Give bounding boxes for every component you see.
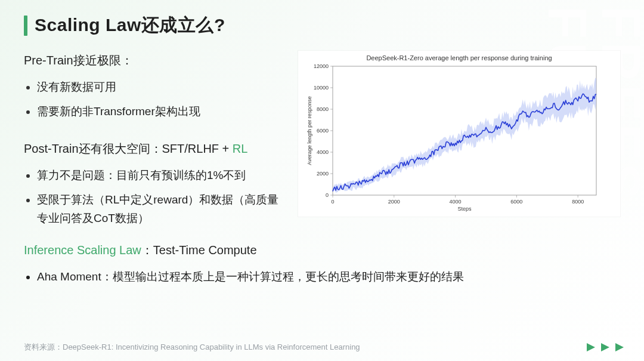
slide: Scaling Law还成立么? Pre-Train接近极限： 没有新数据可用 … [0, 0, 644, 361]
svg-text:10000: 10000 [314, 85, 329, 91]
section-posttrain: Post-Train还有很大空间：SFT/RLHF + RL 算力不是问题：目前… [24, 139, 280, 228]
section2-heading-prefix: Post-Train还有很大空间：SFT/RLHF + [24, 142, 233, 155]
svg-text:2000: 2000 [388, 199, 400, 205]
svg-text:Steps: Steps [457, 206, 472, 212]
chart: 0200040006000800010000120000200040006000… [304, 63, 602, 212]
title-accent-bar [24, 16, 27, 36]
section3-heading: Inference Scaling Law：Test-Time Compute [24, 240, 620, 260]
arrow-icon [614, 342, 626, 353]
svg-text:6000: 6000 [317, 128, 329, 134]
svg-text:8000: 8000 [572, 199, 584, 205]
page-title: Scaling Law还成立么? [35, 13, 225, 38]
svg-text:0: 0 [331, 199, 334, 205]
svg-text:Average length per response: Average length per response [306, 96, 312, 165]
section3-heading-accent: Inference Scaling Law [24, 243, 141, 257]
svg-text:4000: 4000 [450, 199, 462, 205]
section-pretrain: Pre-Train接近极限： 没有新数据可用 需要新的非Transformer架… [24, 51, 280, 121]
svg-text:2000: 2000 [317, 171, 329, 177]
section2-heading: Post-Train还有很大空间：SFT/RLHF + RL [24, 139, 280, 159]
section1-bullet: 没有新数据可用 [37, 78, 280, 96]
chart-svg: 0200040006000800010000120000200040006000… [304, 63, 602, 212]
title-row: Scaling Law还成立么? [24, 13, 620, 38]
svg-text:6000: 6000 [510, 199, 522, 205]
arrow-icon [600, 342, 612, 353]
svg-marker-27 [587, 343, 595, 351]
section3-heading-suffix: ：Test-Time Compute [141, 243, 257, 257]
section1-heading: Pre-Train接近极限： [24, 51, 280, 70]
section2-bullet: 算力不是问题：目前只有预训练的1%不到 [37, 166, 280, 184]
left-column: Pre-Train接近极限： 没有新数据可用 需要新的非Transformer架… [24, 51, 280, 234]
section2-heading-accent: RL [233, 142, 248, 155]
svg-text:12000: 12000 [314, 63, 329, 69]
svg-marker-28 [601, 343, 609, 351]
section2-bullet: 受限于算法（RL中定义reward）和数据（高质量专业问答及CoT数据） [37, 190, 280, 228]
svg-text:4000: 4000 [317, 149, 329, 155]
arrow-icon [586, 342, 597, 353]
right-column: DeepSeek-R1-Zero average length per resp… [292, 51, 620, 234]
brand-arrows [586, 342, 626, 353]
chart-card: DeepSeek-R1-Zero average length per resp… [298, 51, 620, 217]
svg-text:0: 0 [326, 192, 329, 198]
svg-marker-29 [615, 343, 624, 351]
section-inference: Inference Scaling Law：Test-Time Compute … [24, 240, 620, 286]
svg-text:8000: 8000 [317, 106, 329, 112]
source-citation: 资料来源：DeepSeek-R1: Incentivizing Reasonin… [24, 342, 360, 353]
section1-bullet: 需要新的非Transformer架构出现 [37, 102, 280, 121]
section3-bullet: Aha Moment：模型输出过程本质上是一种计算过程，更长的思考时间带来更好的… [37, 267, 620, 286]
chart-title: DeepSeek-R1-Zero average length per resp… [304, 54, 614, 61]
